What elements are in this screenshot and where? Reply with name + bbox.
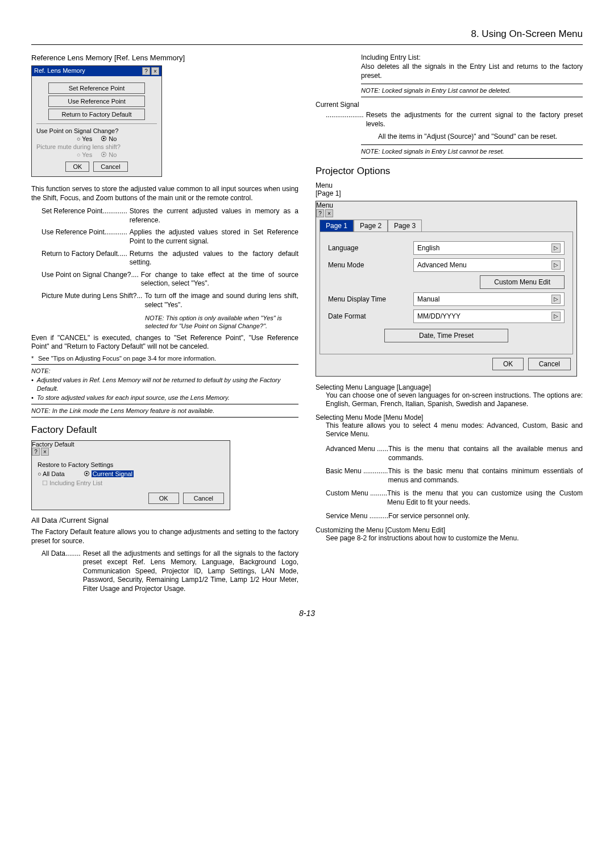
def-term: Return to Factory Default xyxy=(42,250,118,267)
def-term: Set Reference Point xyxy=(42,207,102,225)
locked-delete-note: NOTE: Locked signals in Entry List canno… xyxy=(361,86,583,94)
left-column: Reference Lens Memory [Ref. Lens Memmory… xyxy=(31,53,298,597)
menu-label: Menu xyxy=(316,181,583,189)
def-term: Use Point on Signal Change? xyxy=(42,271,131,288)
def-term: Basic Menu ............. xyxy=(326,467,388,485)
including-entry-desc: Also deletes all the signals in the Entr… xyxy=(361,63,583,80)
def-desc: This is the basic menu that contains min… xyxy=(388,467,583,485)
sel-mode-heading: Selecting Menu Mode [Menu Mode] xyxy=(316,414,583,421)
close-icon[interactable]: × xyxy=(41,448,49,456)
picture-mute-question: Picture mute during lens shift? xyxy=(36,143,157,150)
tab-page2[interactable]: Page 2 xyxy=(354,220,388,232)
all-data-heading: All Data /Current Signal xyxy=(31,516,298,524)
page-label: [Page 1] xyxy=(316,189,583,197)
use-point-question: Use Point on Signal Change? xyxy=(36,127,157,134)
right-column: Including Entry List: Also deletes all t… xyxy=(316,53,583,597)
def-term: Custom Menu ......... xyxy=(326,489,387,507)
chevron-right-icon: ▷ xyxy=(551,312,561,321)
date-format-label: Date Format xyxy=(328,312,413,320)
sel-lang-heading: Selecting Menu Language [Language] xyxy=(316,383,583,391)
use-point-no-radio[interactable]: ⦿ No xyxy=(101,135,117,142)
mute-yes-radio: ○ Yes xyxy=(77,151,92,158)
def-desc: Reset all the adjustments and settings f… xyxy=(81,549,298,594)
cancel-button[interactable]: Cancel xyxy=(93,162,127,172)
cancel-button[interactable]: Cancel xyxy=(183,493,224,504)
custom-menu-edit-button[interactable]: Custom Menu Edit xyxy=(480,275,565,289)
dialog-title: Ref. Lens Memory xyxy=(34,67,85,75)
chevron-right-icon: ▷ xyxy=(551,243,561,253)
factory-default-dialog: Factory Default ? × Restore to Factory S… xyxy=(31,440,230,510)
dialog-title: Factory Default xyxy=(32,441,74,448)
help-icon[interactable]: ? xyxy=(316,209,324,217)
cancel-button[interactable]: Cancel xyxy=(528,358,571,370)
reset-desc: Resets the adjustments for the current s… xyxy=(364,111,583,129)
chevron-right-icon: ▷ xyxy=(551,261,561,270)
def-desc: For change to take effect at the time of… xyxy=(139,271,298,288)
def-term: Use Reference Point xyxy=(42,228,105,246)
factory-default-heading: Factory Default xyxy=(31,424,298,436)
customize-heading: Customizing the Menu [Custom Menu Edit] xyxy=(316,526,583,534)
ref-lens-heading: Reference Lens Memory [Ref. Lens Memmory… xyxy=(31,53,298,62)
projector-options-heading: Projector Options xyxy=(316,166,583,177)
restore-label: Restore to Factory Settings xyxy=(38,461,224,468)
sel-mode-desc: This feature allows you to select 4 menu… xyxy=(326,421,583,439)
return-default-button[interactable]: Return to Factory Default xyxy=(48,109,145,120)
chevron-right-icon: ▷ xyxy=(551,295,561,304)
def-term: Service Menu .......... xyxy=(326,512,388,521)
use-point-yes-radio[interactable]: ○ Yes xyxy=(77,135,92,142)
link-mode-note: NOTE: In the Link mode the Lens Memory f… xyxy=(31,407,298,415)
set-ref-button[interactable]: Set Reference Point xyxy=(48,82,145,94)
display-time-label: Menu Display Time xyxy=(328,295,413,303)
ok-button[interactable]: OK xyxy=(65,162,89,172)
def-term: Picture Mute during Lens Shift? xyxy=(42,292,136,309)
ok-button[interactable]: OK xyxy=(492,358,524,370)
dialog-titlebar: Ref. Lens Memory ? × xyxy=(32,66,161,76)
page-number: 8-13 xyxy=(31,609,583,618)
ok-button[interactable]: OK xyxy=(148,493,179,504)
def-term: Advanced Menu ...... xyxy=(326,445,388,462)
including-entry-heading: Including Entry List: xyxy=(361,53,583,61)
cancel-note: Even if "CANCEL" is executed, changes to… xyxy=(31,334,298,352)
locked-reset-note: NOTE: Locked signals in Entry List canno… xyxy=(361,147,583,155)
date-format-select[interactable]: MM/DD/YYYY▷ xyxy=(413,309,565,323)
help-icon[interactable]: ? xyxy=(32,448,40,456)
sel-lang-desc: You can choose one of seven languages fo… xyxy=(326,391,583,409)
tab-page1[interactable]: Page 1 xyxy=(320,220,354,232)
display-time-select[interactable]: Manual▷ xyxy=(413,292,565,306)
factory-desc: The Factory Default feature allows you t… xyxy=(31,528,298,545)
current-signal-heading: Current Signal xyxy=(316,101,583,109)
customize-desc: See page 8-2 for instructions about how … xyxy=(326,534,583,543)
mute-no-radio: ⦿ No xyxy=(101,151,117,158)
close-icon[interactable]: × xyxy=(325,209,333,217)
menu-mode-select[interactable]: Advanced Menu▷ xyxy=(413,258,565,272)
language-label: Language xyxy=(328,244,413,252)
current-signal-radio[interactable]: ⦿ Current Signal xyxy=(84,470,134,477)
language-select[interactable]: English▷ xyxy=(413,241,565,255)
def-desc: To turn off the image and sound during l… xyxy=(142,292,298,309)
asterisk-note: See "Tips on Adjusting Focus" on page 3-… xyxy=(38,355,216,362)
def-term: All Data xyxy=(42,549,65,594)
ref-lens-description: This function serves to store the adjust… xyxy=(31,185,298,202)
def-desc: Applies the adjusted values stored in Se… xyxy=(127,228,298,246)
including-entry-checkbox: ☐ Including Entry List xyxy=(42,480,224,487)
menu-mode-label: Menu Mode xyxy=(328,261,413,269)
dialog-title: Menu xyxy=(316,201,333,209)
dialog-titlebar: Factory Default ? × xyxy=(32,441,230,456)
def-desc: This is the menu that contains all the a… xyxy=(388,445,583,462)
def-desc: Stores the current adjusted values in me… xyxy=(127,207,298,225)
close-icon[interactable]: × xyxy=(151,67,159,75)
reset-desc-2: All the items in "Adjust (Source)" and "… xyxy=(378,133,583,142)
use-ref-button[interactable]: Use Reference Point xyxy=(48,96,145,107)
all-data-radio[interactable]: ○ All Data xyxy=(38,470,65,477)
option-note: NOTE: This option is only available when… xyxy=(145,314,298,330)
def-desc: For service personnel only. xyxy=(388,512,583,521)
help-icon[interactable]: ? xyxy=(142,67,150,75)
note-label: NOTE: xyxy=(31,367,298,375)
date-time-preset-button[interactable]: Date, Time Preset xyxy=(384,329,508,342)
note-bullet: To store adjusted values for each input … xyxy=(37,394,230,402)
dialog-titlebar: Menu ? × xyxy=(316,201,576,217)
note-bullet: Adjusted values in Ref. Lens Memory will… xyxy=(37,376,298,392)
tab-page3[interactable]: Page 3 xyxy=(388,220,422,232)
ref-lens-dialog: Ref. Lens Memory ? × Set Reference Point… xyxy=(31,65,162,177)
menu-dialog: Menu ? × Page 1 Page 2 Page 3 Language E… xyxy=(316,201,577,377)
